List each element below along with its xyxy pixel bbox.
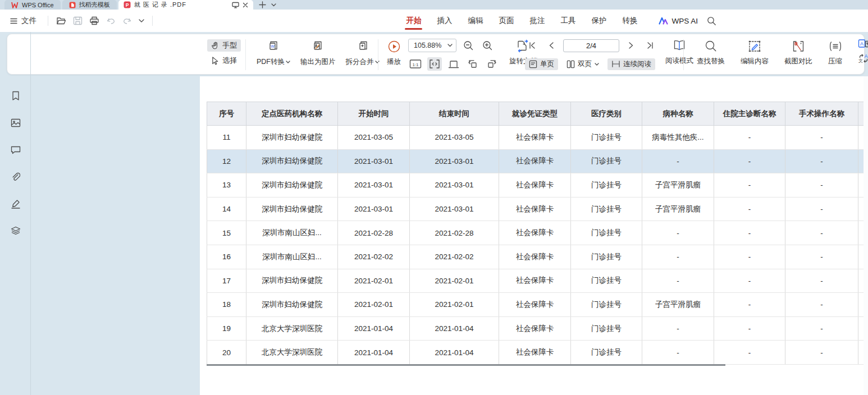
cursor-icon	[211, 56, 220, 65]
menu-tab-0[interactable]: 开始	[398, 10, 429, 32]
table-cell: 2021-02-01	[338, 293, 410, 317]
split-merge-button[interactable]: 拆分合并	[344, 39, 382, 68]
table-cell: 18	[207, 293, 246, 317]
table-cell: -	[714, 221, 785, 245]
actual-size-button[interactable]: 1:1	[408, 57, 423, 71]
file-menu-button[interactable]: 文件	[10, 16, 36, 26]
table-cell: -	[785, 245, 858, 269]
table-row[interactable]: 11深圳市妇幼保健院2021-03-052021-03-05社会保障卡门诊挂号病…	[207, 126, 864, 150]
double-page-mode-button[interactable]: 双页	[563, 58, 603, 70]
table-cell: -	[785, 269, 858, 293]
compress-button[interactable]: 压缩	[826, 39, 844, 67]
wps-ai-button[interactable]: WPS AI	[659, 17, 698, 25]
full-text-translate-button[interactable]: A 全文翻译	[858, 39, 868, 48]
table-cell: -	[714, 173, 785, 198]
find-replace-icon	[705, 40, 718, 53]
menu-tab-7[interactable]: 转换	[614, 10, 645, 32]
zoom-level-select[interactable]: 105.88%	[408, 39, 456, 52]
redo-icon[interactable]	[119, 15, 135, 26]
toolbar-options-chevron-icon[interactable]	[135, 17, 148, 24]
pdf-convert-button[interactable]: W PDF转换	[254, 39, 293, 68]
print-icon[interactable]	[86, 15, 103, 27]
open-file-icon[interactable]	[53, 15, 70, 27]
menu-tab-1[interactable]: 插入	[429, 10, 460, 32]
tab-list-chevron-icon[interactable]	[271, 3, 276, 7]
first-page-button[interactable]	[525, 39, 540, 52]
table-cell: -	[714, 269, 785, 293]
table-row[interactable]: 20北京大学深圳医院2021-01-042021-01-04社会保障卡门诊挂号-…	[207, 341, 864, 365]
export-image-button[interactable]: 输出为图片	[298, 39, 338, 68]
select-tool-button[interactable]: 选择	[207, 54, 241, 67]
table-cell: 14	[207, 197, 246, 221]
table-cell: -	[785, 316, 858, 341]
single-page-mode-button[interactable]: 单页	[525, 58, 558, 70]
wps-ai-logo-icon	[659, 17, 668, 25]
comment-icon[interactable]	[8, 143, 23, 157]
fit-width-button[interactable]	[427, 57, 442, 71]
table-row[interactable]: 13深圳市妇幼保健院2021-03-012021-03-01社会保障卡门诊挂号子…	[207, 173, 864, 198]
table-cell: 社会保障卡	[499, 316, 571, 341]
table-row[interactable]: 19北京大学深圳医院2021-01-042021-01-04社会保障卡门诊挂号-…	[207, 316, 864, 341]
table-row[interactable]: 15深圳市南山区妇...2021-02-282021-02-28社会保障卡门诊挂…	[207, 221, 864, 245]
table-cell-partial	[858, 197, 864, 221]
tab-document-active[interactable]: P 就 医 记 录 .PDF	[118, 0, 253, 10]
menu-tab-3[interactable]: 页面	[491, 10, 522, 32]
zoom-out-button[interactable]	[461, 39, 476, 52]
page-number-input[interactable]	[563, 39, 619, 52]
table-cell-partial	[858, 173, 864, 198]
table-cell: 深圳市妇幼保健院	[246, 293, 338, 317]
table-row[interactable]: 14深圳市妇幼保健院2021-03-012021-03-01社会保障卡门诊挂号子…	[207, 197, 864, 221]
fit-page-button[interactable]	[446, 57, 461, 71]
hand-tool-button[interactable]: 手型	[207, 39, 241, 52]
save-icon[interactable]	[70, 15, 86, 27]
table-row[interactable]: 17深圳市妇幼保健院2021-02-012021-02-01社会保障卡门诊挂号-…	[207, 269, 864, 293]
split-merge-icon	[356, 40, 369, 53]
rotate-left-button[interactable]	[465, 57, 480, 71]
screenshot-compare-button[interactable]: 截图对比	[782, 39, 815, 67]
table-row[interactable]: 18深圳市妇幼保健院2021-02-012021-02-01社会保障卡门诊挂号子…	[207, 293, 864, 317]
table-row[interactable]: 12深圳市妇幼保健院2021-03-012021-03-01社会保障卡门诊挂号-…	[207, 149, 864, 173]
thumbnail-image-icon[interactable]	[8, 116, 23, 130]
column-header: 病种名称	[642, 102, 714, 126]
zoom-in-button[interactable]	[480, 39, 495, 52]
bookmark-icon[interactable]	[8, 89, 23, 103]
prev-page-button[interactable]	[544, 39, 559, 52]
continuous-read-button[interactable]: 连续阅读	[607, 58, 655, 70]
column-header-partial	[858, 102, 864, 126]
play-button[interactable]: 播放	[385, 39, 403, 68]
table-cell: 2021-02-01	[338, 269, 410, 293]
table-cell: -	[785, 293, 858, 317]
rotate-right-button[interactable]	[485, 57, 499, 71]
table-cell: -	[714, 149, 785, 173]
last-page-button[interactable]	[643, 39, 657, 52]
undo-icon[interactable]	[103, 15, 119, 26]
vertical-scrollbar[interactable]	[864, 76, 868, 395]
tab-docer-templates[interactable]: 找稻壳模板	[62, 0, 117, 10]
close-icon[interactable]	[243, 2, 248, 8]
menu-tab-2[interactable]: 编辑	[460, 10, 491, 32]
word-translate-button[interactable]: 文A 划词翻译	[858, 53, 868, 63]
table-cell: 2021-02-02	[338, 245, 410, 269]
search-icon[interactable]	[707, 16, 716, 26]
table-cell-partial	[858, 269, 864, 293]
find-replace-button[interactable]: 查找替换	[695, 39, 727, 67]
tab-wps-office[interactable]: WPS Office	[4, 0, 61, 10]
pdf-page[interactable]: 序号定点医药机构名称开始时间结束时间就诊凭证类型医疗类别病种名称住院主诊断名称手…	[200, 76, 864, 395]
column-header: 结束时间	[410, 102, 499, 126]
edit-content-button[interactable]: 编辑内容	[738, 39, 771, 67]
column-header: 开始时间	[338, 102, 410, 126]
svg-text:P: P	[125, 2, 129, 8]
paperclip-icon[interactable]	[8, 169, 23, 184]
new-tab-button[interactable]	[259, 1, 266, 8]
menu-tab-6[interactable]: 保护	[583, 10, 614, 32]
layers-icon[interactable]	[8, 223, 23, 238]
next-page-button[interactable]	[624, 39, 638, 52]
read-mode-button[interactable]: 阅读模式	[663, 38, 696, 71]
signature-pen-icon[interactable]	[8, 196, 23, 211]
double-page-label: 双页	[578, 59, 592, 69]
table-row[interactable]: 16深圳市南山区妇...2021-02-022021-02-02社会保障卡门诊挂…	[207, 245, 864, 269]
menu-tab-5[interactable]: 工具	[552, 10, 583, 32]
window-tab-bar: WPS Office 找稻壳模板 P 就 医 记 录 .PDF	[0, 0, 868, 10]
menu-tab-4[interactable]: 批注	[522, 10, 552, 32]
monitor-icon[interactable]	[232, 2, 239, 8]
